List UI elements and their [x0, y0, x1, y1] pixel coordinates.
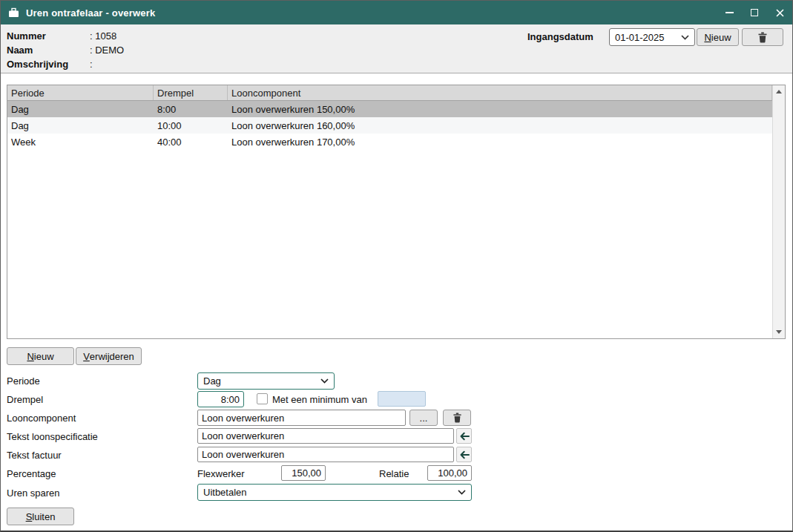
chevron-down-icon	[458, 490, 466, 495]
app-window: Uren ontrafelaar - overwerk Nummer: 1058…	[0, 0, 793, 532]
minimize-button[interactable]	[717, 1, 742, 24]
table-header-row: Periode Drempel Looncomponent	[7, 85, 772, 101]
close-button[interactable]	[767, 1, 792, 24]
naam-value: : DEMO	[90, 45, 124, 56]
naam-label: Naam	[7, 45, 90, 56]
arrow-left-icon	[459, 450, 470, 459]
copy-factuur-button[interactable]	[456, 447, 472, 462]
minimum-label: Met een minimum van	[272, 394, 367, 405]
table-row[interactable]: Week 40:00 Loon overwerkuren 170,00%	[7, 134, 772, 150]
looncomponent-browse-button[interactable]: ...	[409, 410, 438, 426]
table-row[interactable]: Dag 10:00 Loon overwerkuren 160,00%	[7, 117, 772, 134]
flexwerker-label: Flexwerker	[197, 468, 245, 479]
percentage-label: Percentage	[7, 468, 56, 479]
table-row[interactable]: Dag 8:00 Loon overwerkuren 150,00%	[7, 101, 772, 117]
cell-drempel: 8:00	[154, 101, 228, 117]
cell-looncomponent: Loon overwerkuren 150,00%	[228, 101, 772, 117]
cell-drempel: 40:00	[154, 134, 228, 150]
nummer-label: Nummer	[7, 30, 90, 42]
periods-table-body: Periode Drempel Looncomponent Dag 8:00 L…	[7, 85, 772, 338]
looncomponent-delete-button[interactable]	[443, 410, 471, 426]
scroll-up-button[interactable]	[773, 85, 785, 98]
nummer-value: : 1058	[90, 30, 116, 42]
verwijderen-button[interactable]: Verwijderen	[76, 347, 142, 365]
window-controls	[717, 1, 792, 24]
column-header-looncomponent: Looncomponent	[228, 85, 772, 100]
uren-sparen-select[interactable]: Uitbetalen	[197, 484, 472, 501]
triangle-up-icon	[776, 90, 782, 93]
cell-periode: Dag	[7, 117, 154, 134]
close-icon	[776, 9, 784, 17]
cell-drempel: 10:00	[154, 117, 228, 134]
uren-sparen-value: Uitbetalen	[203, 487, 458, 498]
trash-icon	[757, 32, 768, 43]
relatie-percentage-input[interactable]	[427, 465, 472, 481]
copy-loonspecificatie-button[interactable]	[456, 428, 472, 444]
maximize-button[interactable]	[742, 1, 767, 24]
field-nummer: Nummer: 1058	[7, 30, 116, 42]
cell-periode: Week	[7, 134, 154, 150]
header-delete-button[interactable]	[742, 28, 783, 46]
cell-periode: Dag	[7, 101, 154, 117]
minimum-input[interactable]	[378, 391, 426, 407]
drempel-input[interactable]	[197, 391, 244, 407]
cell-looncomponent: Loon overwerkuren 160,00%	[228, 117, 772, 134]
arrow-left-icon	[459, 432, 470, 441]
maximize-icon	[751, 9, 758, 16]
tekst-loonspecificatie-input[interactable]	[197, 428, 454, 444]
column-header-periode: Periode	[7, 85, 154, 100]
tekst-factuur-label: Tekst factuur	[7, 450, 62, 461]
periode-select[interactable]: Dag	[197, 372, 335, 390]
cell-looncomponent: Loon overwerkuren 170,00%	[228, 134, 772, 150]
drempel-label: Drempel	[7, 394, 43, 405]
relatie-label: Relatie	[379, 468, 409, 479]
omschrijving-label: Omschrijving	[7, 59, 90, 70]
sluiten-button[interactable]: Sluiten	[7, 508, 74, 525]
triangle-down-icon	[776, 330, 782, 334]
minimize-icon	[725, 12, 734, 13]
ingangsdatum-select[interactable]: 01-01-2025	[609, 28, 695, 46]
field-omschrijving: Omschrijving:	[7, 59, 93, 70]
app-icon	[8, 7, 19, 18]
header-nieuw-button[interactable]: Nieuw	[697, 28, 739, 46]
minimum-checkbox[interactable]	[257, 393, 268, 404]
omschrijving-value: :	[90, 59, 93, 70]
scroll-down-button[interactable]	[773, 326, 785, 338]
field-naam: Naam: DEMO	[7, 45, 124, 56]
periods-table: Periode Drempel Looncomponent Dag 8:00 L…	[7, 85, 786, 339]
periode-value: Dag	[203, 375, 320, 387]
periode-label: Periode	[7, 375, 40, 387]
chevron-down-icon	[320, 378, 329, 384]
titlebar[interactable]: Uren ontrafelaar - overwerk	[1, 1, 792, 24]
looncomponent-label: Looncomponent	[7, 413, 76, 424]
flexwerker-percentage-input[interactable]	[281, 465, 326, 481]
looncomponent-input[interactable]	[197, 410, 406, 426]
trash-icon	[453, 413, 462, 423]
vertical-scrollbar[interactable]	[772, 85, 785, 338]
chevron-down-icon	[681, 35, 689, 40]
window-title: Uren ontrafelaar - overwerk	[26, 7, 155, 19]
tekst-factuur-input[interactable]	[197, 447, 454, 462]
record-header: Nummer: 1058 Naam: DEMO Omschrijving: In…	[1, 24, 792, 73]
nieuw-button[interactable]: Nieuw	[7, 347, 74, 365]
tekst-loonspecificatie-label: Tekst loonspecificatie	[7, 431, 98, 442]
uren-sparen-label: Uren sparen	[7, 487, 60, 499]
ingangsdatum-label: Ingangsdatum	[527, 31, 593, 42]
column-header-drempel: Drempel	[154, 85, 228, 100]
ingangsdatum-value: 01-01-2025	[615, 32, 681, 43]
